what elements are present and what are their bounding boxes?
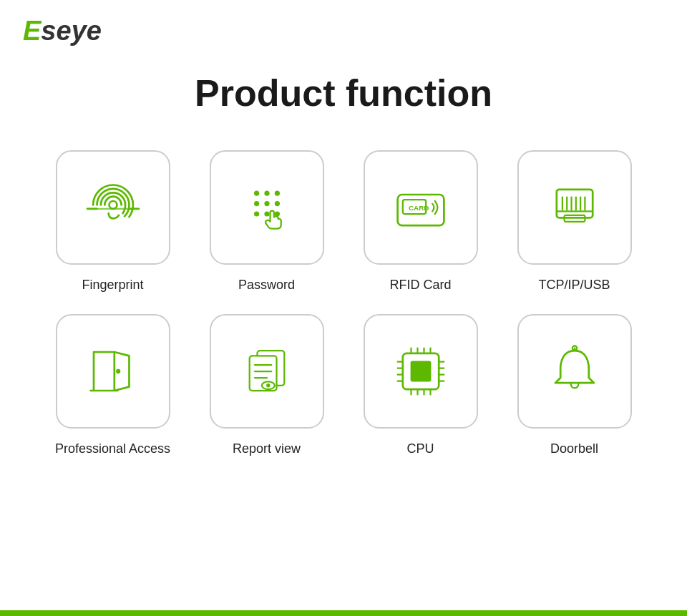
report-icon — [235, 339, 299, 404]
icon-box-access — [56, 314, 170, 429]
network-label: TCP/IP/USB — [538, 278, 610, 293]
report-label: Report view — [233, 441, 301, 456]
doorbell-label: Doorbell — [550, 441, 598, 456]
svg-point-0 — [109, 201, 117, 209]
feature-password: Password — [197, 150, 336, 293]
feature-cpu: CPU — [351, 314, 490, 456]
features-grid: Fingerprint Password — [0, 150, 687, 456]
icon-box-password — [210, 150, 324, 265]
page-title: Product function — [0, 0, 687, 114]
feature-rfid: CARD RFID Card — [351, 150, 490, 293]
logo: Eseye — [23, 16, 102, 47]
svg-point-11 — [264, 211, 269, 216]
bell-icon — [542, 339, 607, 404]
rfid-label: RFID Card — [389, 278, 451, 293]
icon-box-cpu — [364, 314, 478, 429]
door-icon — [81, 339, 145, 404]
password-icon — [235, 175, 299, 240]
network-icon — [542, 175, 607, 240]
svg-point-5 — [264, 191, 269, 196]
svg-rect-28 — [249, 356, 276, 391]
svg-point-6 — [274, 191, 279, 196]
rfid-icon: CARD — [389, 175, 453, 240]
feature-access: Professional Access — [43, 314, 182, 456]
icon-box-network — [517, 150, 632, 265]
svg-text:CARD: CARD — [408, 204, 429, 212]
icon-box-doorbell — [517, 314, 632, 429]
fingerprint-icon — [81, 175, 145, 240]
icon-box-rfid: CARD — [364, 150, 478, 265]
svg-point-9 — [274, 201, 279, 206]
feature-doorbell: Doorbell — [505, 314, 644, 456]
svg-point-10 — [254, 211, 259, 216]
access-label: Professional Access — [55, 441, 170, 456]
logo-e: E — [23, 16, 41, 46]
logo-rest: seye — [41, 16, 102, 46]
fingerprint-label: Fingerprint — [82, 278, 143, 293]
svg-point-4 — [254, 191, 259, 196]
icon-box-report — [210, 314, 324, 429]
svg-rect-35 — [410, 361, 431, 382]
feature-fingerprint: Fingerprint — [43, 150, 182, 293]
icon-box-fingerprint — [56, 150, 170, 265]
svg-point-26 — [116, 369, 120, 373]
cpu-icon — [389, 339, 453, 404]
cpu-label: CPU — [406, 441, 434, 456]
password-label: Password — [238, 278, 295, 293]
feature-network: TCP/IP/USB — [505, 150, 644, 293]
feature-report: Report view — [197, 314, 336, 456]
bottom-bar — [0, 610, 687, 616]
svg-point-7 — [254, 201, 259, 206]
svg-point-33 — [266, 383, 270, 387]
svg-point-8 — [264, 201, 269, 206]
